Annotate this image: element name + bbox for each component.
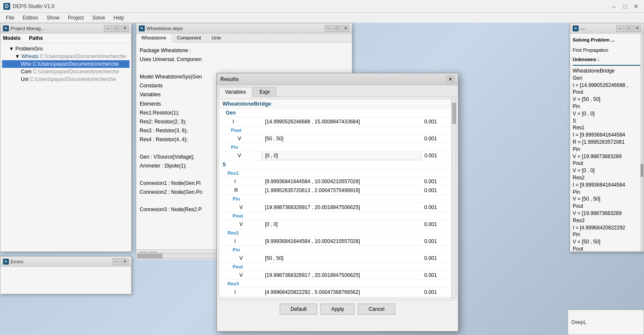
project-manager-panel: D Project Manag... – □ ✕ Models Paths ▼ … — [0, 23, 132, 252]
solving-title: — — [580, 26, 616, 31]
errors-body — [0, 267, 131, 292]
solving-panel: D — – □ ✕ Solving Problem ... First Prop… — [570, 23, 644, 252]
section-s: S — [219, 160, 452, 169]
unknowns-label: Unknowns : — [573, 57, 599, 62]
solving-close-btn[interactable]: ✕ — [633, 25, 641, 32]
unknown-item: V = [19.99873683289 — [573, 210, 641, 217]
unknown-item: Res1 — [573, 124, 641, 131]
menu-solve[interactable]: Solve — [88, 14, 109, 22]
unknown-item: V = [0 , 0] — [573, 167, 641, 174]
section-res1-pin: Pin — [219, 195, 452, 203]
results-table: WheatstoneBridge Gen I [14.9990526246688… — [219, 99, 452, 298]
tree-item-uni[interactable]: Uni C:\Users\payas\Documents\recherche — [2, 75, 129, 83]
tab-wheatstone[interactable]: Wheatstone — [136, 34, 172, 42]
solving-minimize-btn[interactable]: – — [616, 25, 624, 32]
tab-univ[interactable]: Univ — [207, 34, 227, 42]
app-logo: D — [3, 3, 10, 10]
unknown-item: V = [0 , 0] — [573, 110, 641, 117]
solving-titlebar: D — – □ ✕ — [570, 23, 644, 34]
deepl-label: DeepL — [571, 319, 586, 325]
results-body: WheatstoneBridge Gen I [14.9990526246688… — [219, 99, 452, 298]
errors-minimize-btn[interactable]: – — [112, 258, 120, 265]
project-maximize-btn[interactable]: □ — [112, 25, 120, 32]
unknowns-divider — [573, 65, 641, 66]
section-res2: Res2 — [219, 229, 452, 237]
tree-item-whe[interactable]: Whe C:\Users\payas\Documents\recherche — [2, 60, 129, 68]
menu-edition[interactable]: Edition — [18, 14, 42, 22]
row-gen-pout-v: V [50 , 50] 0.001 — [219, 134, 452, 143]
results-tabs: Variables Expr — [217, 85, 458, 97]
wheatstone-title: Wheatstone.deps — [146, 26, 325, 31]
package-line: Package Wheatstone : — [140, 47, 349, 55]
tree-content: ▼ ProblemGro ▼ Wheats C:\Users\payas\Doc… — [0, 43, 131, 85]
menu-help[interactable]: Help — [109, 14, 128, 22]
uses-line: Uses Universal, Componen — [140, 56, 349, 64]
results-dialog: Results ✕ Variables Expr WheatstoneBridg… — [217, 73, 458, 332]
tree-header: Models Paths — [0, 34, 131, 43]
unknown-item: R = [1.9995263572061 — [573, 139, 641, 146]
row-res2-pout-v: V [19.9987368328917 , 20.0018947506625] … — [219, 271, 452, 280]
default-button[interactable]: Default — [280, 304, 317, 315]
unknown-item: S — [573, 117, 641, 125]
cancel-button[interactable]: Cancel — [358, 304, 395, 315]
errors-panel: D Errors – ✕ — [0, 256, 132, 294]
results-tab-expr[interactable]: Expr — [253, 87, 276, 97]
solving-maximize-btn[interactable]: □ — [625, 25, 633, 32]
wheatstone-minimize-btn[interactable]: – — [325, 25, 332, 32]
section-res2-pin: Pin — [219, 246, 452, 254]
solving-logo: D — [573, 25, 579, 31]
apply-button[interactable]: Apply — [321, 304, 354, 315]
minimize-button[interactable]: – — [609, 2, 619, 11]
solving-status: Solving Problem ... — [573, 37, 615, 42]
wheatstone-titlebar: D Wheatstone.deps – □ ✕ — [136, 23, 352, 34]
project-panel-logo: D — [3, 25, 9, 31]
project-minimize-btn[interactable]: – — [104, 25, 112, 32]
row-res3-i: I [4.99968420822292 , 5.00047368766562] … — [219, 288, 452, 297]
wheatstone-close-btn[interactable]: ✕ — [342, 25, 349, 32]
row-res2-i: I [9.99936841644584 , 10.0004210557028] … — [219, 237, 452, 246]
maximize-button[interactable]: □ — [620, 2, 630, 11]
results-scrollbar[interactable] — [451, 99, 456, 298]
unknown-item: Pin — [573, 231, 641, 238]
unknown-item: Pout — [573, 203, 641, 210]
unknown-item: V = [19.99873683289 — [573, 153, 641, 160]
paths-tab[interactable]: Paths — [29, 35, 43, 41]
row-res1-r: R [1.99952635720613 , 2.00047375498919] … — [219, 186, 452, 195]
deepl-area: DeepL — [568, 310, 644, 335]
models-tab[interactable]: Models — [3, 35, 20, 41]
wheatstone-maximize-btn[interactable]: □ — [333, 25, 341, 32]
row-res1-i: I [9.99936841644584 , 10.0004210557028] … — [219, 177, 452, 186]
tree-item-wheats[interactable]: ▼ Wheats C:\Users\payas\Documents\recher… — [2, 53, 129, 60]
results-tab-variables[interactable]: Variables — [219, 87, 252, 97]
row-gen-i: I [14.9990526246688 , 15.0008947433684] … — [219, 117, 452, 126]
unknown-item: I = [14.9990526246688 , — [573, 82, 641, 89]
unknown-item: Pin — [573, 146, 641, 153]
tab-component[interactable]: Component — [172, 34, 207, 42]
unknown-item: I = [9.99936841644584 — [573, 181, 641, 189]
menu-file[interactable]: File — [2, 14, 18, 22]
unknown-item: Res3 — [573, 217, 641, 224]
tree-item-problemgro[interactable]: ▼ ProblemGro — [2, 45, 129, 53]
unknowns-list: WheatstoneBridge Gen I = [14.99905262466… — [573, 67, 641, 251]
section-pout-1: Pout — [219, 126, 452, 134]
project-close-btn[interactable]: ✕ — [121, 25, 129, 32]
close-button[interactable]: ✕ — [631, 2, 641, 11]
solving-scrollbar[interactable] — [640, 34, 644, 251]
menu-show[interactable]: Show — [42, 14, 64, 22]
errors-close-btn[interactable]: ✕ — [121, 258, 129, 265]
wheatstone-controls: – □ ✕ — [325, 25, 349, 32]
results-scroll-container: WheatstoneBridge Gen I [14.9990526246688… — [217, 99, 458, 298]
section-wheatstonebridge: WheatstoneBridge — [219, 99, 452, 109]
unknown-item: I = [4.99968420822292 — [573, 224, 641, 232]
section-gen: Gen — [219, 109, 452, 117]
wheatstone-hscroll-thumb — [137, 254, 163, 259]
workspace: D Project Manag... – □ ✕ Models Paths ▼ … — [0, 23, 644, 335]
results-footer: Default Apply Cancel — [217, 300, 458, 318]
unknown-item: Pout — [573, 89, 641, 96]
menu-bar: File Edition Show Project Solve Help — [0, 13, 644, 23]
section-pin-1: Pin — [219, 143, 452, 151]
menu-project[interactable]: Project — [64, 14, 88, 22]
results-close-btn[interactable]: ✕ — [446, 75, 455, 83]
unknown-item: Pout — [573, 246, 641, 251]
tree-item-com[interactable]: Com C:\Users\payas\Documents\recherche — [2, 68, 129, 75]
